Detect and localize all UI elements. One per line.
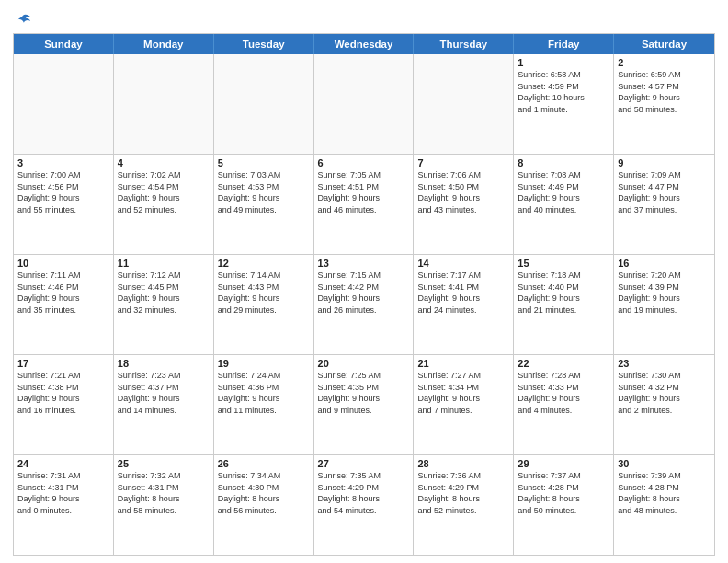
calendar-cell: 2Sunrise: 6:59 AM Sunset: 4:57 PM Daylig… — [614, 54, 714, 154]
logo — [13, 13, 31, 28]
day-info: Sunrise: 7:35 AM Sunset: 4:29 PM Dayligh… — [318, 470, 410, 516]
day-info: Sunrise: 7:27 AM Sunset: 4:34 PM Dayligh… — [417, 370, 509, 416]
calendar-cell — [14, 54, 114, 154]
calendar-row: 24Sunrise: 7:31 AM Sunset: 4:31 PM Dayli… — [14, 455, 714, 555]
day-number: 1 — [518, 57, 609, 68]
day-info: Sunrise: 7:30 AM Sunset: 4:32 PM Dayligh… — [618, 370, 711, 416]
day-info: Sunrise: 7:37 AM Sunset: 4:28 PM Dayligh… — [518, 470, 609, 516]
calendar-cell: 20Sunrise: 7:25 AM Sunset: 4:35 PM Dayli… — [314, 355, 415, 454]
day-number: 8 — [518, 157, 609, 168]
day-info: Sunrise: 7:08 AM Sunset: 4:49 PM Dayligh… — [518, 169, 609, 215]
day-number: 3 — [17, 157, 109, 168]
calendar-cell: 19Sunrise: 7:24 AM Sunset: 4:36 PM Dayli… — [214, 355, 314, 454]
calendar-cell: 25Sunrise: 7:32 AM Sunset: 4:31 PM Dayli… — [114, 455, 214, 555]
header — [13, 9, 715, 28]
day-number: 23 — [618, 358, 711, 369]
day-number: 20 — [318, 358, 410, 369]
calendar-cell — [314, 54, 415, 154]
calendar-cell: 8Sunrise: 7:08 AM Sunset: 4:49 PM Daylig… — [514, 155, 614, 254]
day-number: 12 — [218, 258, 310, 269]
day-number: 17 — [17, 358, 109, 369]
calendar-cell: 15Sunrise: 7:18 AM Sunset: 4:40 PM Dayli… — [514, 255, 614, 354]
weekday-header: Wednesday — [314, 34, 415, 54]
weekday-header: Monday — [114, 34, 214, 54]
calendar-header: SundayMondayTuesdayWednesdayThursdayFrid… — [14, 34, 714, 54]
calendar-cell — [214, 54, 314, 154]
calendar-cell: 4Sunrise: 7:02 AM Sunset: 4:54 PM Daylig… — [114, 155, 214, 254]
calendar-cell: 16Sunrise: 7:20 AM Sunset: 4:39 PM Dayli… — [614, 255, 714, 354]
calendar-cell: 21Sunrise: 7:27 AM Sunset: 4:34 PM Dayli… — [414, 355, 514, 454]
day-info: Sunrise: 7:02 AM Sunset: 4:54 PM Dayligh… — [118, 169, 210, 215]
calendar-cell: 5Sunrise: 7:03 AM Sunset: 4:53 PM Daylig… — [214, 155, 314, 254]
day-number: 16 — [618, 258, 711, 269]
day-number: 15 — [518, 258, 609, 269]
day-info: Sunrise: 7:21 AM Sunset: 4:38 PM Dayligh… — [17, 370, 109, 416]
calendar-cell: 13Sunrise: 7:15 AM Sunset: 4:42 PM Dayli… — [314, 255, 415, 354]
main-container: SundayMondayTuesdayWednesdayThursdayFrid… — [0, 0, 728, 563]
day-info: Sunrise: 7:32 AM Sunset: 4:31 PM Dayligh… — [118, 470, 210, 516]
calendar-cell: 1Sunrise: 6:58 AM Sunset: 4:59 PM Daylig… — [514, 54, 614, 154]
calendar-cell: 3Sunrise: 7:00 AM Sunset: 4:56 PM Daylig… — [14, 155, 114, 254]
day-number: 10 — [17, 258, 109, 269]
day-number: 18 — [118, 358, 210, 369]
day-number: 13 — [318, 258, 410, 269]
day-info: Sunrise: 7:12 AM Sunset: 4:45 PM Dayligh… — [118, 270, 210, 316]
weekday-header: Tuesday — [214, 34, 314, 54]
calendar: SundayMondayTuesdayWednesdayThursdayFrid… — [13, 33, 715, 556]
calendar-cell: 7Sunrise: 7:06 AM Sunset: 4:50 PM Daylig… — [414, 155, 514, 254]
day-number: 29 — [518, 458, 609, 469]
day-number: 11 — [118, 258, 210, 269]
day-info: Sunrise: 7:15 AM Sunset: 4:42 PM Dayligh… — [318, 270, 410, 316]
calendar-cell: 24Sunrise: 7:31 AM Sunset: 4:31 PM Dayli… — [14, 455, 114, 555]
day-info: Sunrise: 7:06 AM Sunset: 4:50 PM Dayligh… — [417, 169, 509, 215]
weekday-header: Friday — [514, 34, 614, 54]
calendar-cell: 18Sunrise: 7:23 AM Sunset: 4:37 PM Dayli… — [114, 355, 214, 454]
day-number: 14 — [417, 258, 509, 269]
calendar-cell: 30Sunrise: 7:39 AM Sunset: 4:28 PM Dayli… — [614, 455, 714, 555]
day-info: Sunrise: 7:31 AM Sunset: 4:31 PM Dayligh… — [17, 470, 109, 516]
day-info: Sunrise: 7:11 AM Sunset: 4:46 PM Dayligh… — [17, 270, 109, 316]
calendar-cell: 23Sunrise: 7:30 AM Sunset: 4:32 PM Dayli… — [614, 355, 714, 454]
day-number: 6 — [318, 157, 410, 168]
day-info: Sunrise: 7:34 AM Sunset: 4:30 PM Dayligh… — [218, 470, 310, 516]
day-number: 5 — [218, 157, 310, 168]
weekday-header: Sunday — [14, 34, 114, 54]
weekday-header: Saturday — [614, 34, 714, 54]
calendar-cell: 11Sunrise: 7:12 AM Sunset: 4:45 PM Dayli… — [114, 255, 214, 354]
day-number: 27 — [318, 458, 410, 469]
day-number: 28 — [417, 458, 509, 469]
day-info: Sunrise: 6:59 AM Sunset: 4:57 PM Dayligh… — [618, 69, 711, 115]
day-info: Sunrise: 7:24 AM Sunset: 4:36 PM Dayligh… — [218, 370, 310, 416]
calendar-row: 1Sunrise: 6:58 AM Sunset: 4:59 PM Daylig… — [14, 54, 714, 155]
day-info: Sunrise: 7:00 AM Sunset: 4:56 PM Dayligh… — [17, 169, 109, 215]
day-info: Sunrise: 7:17 AM Sunset: 4:41 PM Dayligh… — [417, 270, 509, 316]
day-info: Sunrise: 6:58 AM Sunset: 4:59 PM Dayligh… — [518, 69, 609, 115]
calendar-cell: 22Sunrise: 7:28 AM Sunset: 4:33 PM Dayli… — [514, 355, 614, 454]
day-number: 22 — [518, 358, 609, 369]
day-info: Sunrise: 7:25 AM Sunset: 4:35 PM Dayligh… — [318, 370, 410, 416]
day-info: Sunrise: 7:03 AM Sunset: 4:53 PM Dayligh… — [218, 169, 310, 215]
day-info: Sunrise: 7:14 AM Sunset: 4:43 PM Dayligh… — [218, 270, 310, 316]
calendar-cell: 26Sunrise: 7:34 AM Sunset: 4:30 PM Dayli… — [214, 455, 314, 555]
day-number: 2 — [618, 57, 711, 68]
calendar-row: 17Sunrise: 7:21 AM Sunset: 4:38 PM Dayli… — [14, 355, 714, 455]
day-number: 25 — [118, 458, 210, 469]
calendar-cell — [114, 54, 214, 154]
calendar-cell: 9Sunrise: 7:09 AM Sunset: 4:47 PM Daylig… — [614, 155, 714, 254]
weekday-header: Thursday — [414, 34, 514, 54]
day-info: Sunrise: 7:18 AM Sunset: 4:40 PM Dayligh… — [518, 270, 609, 316]
calendar-cell: 12Sunrise: 7:14 AM Sunset: 4:43 PM Dayli… — [214, 255, 314, 354]
calendar-cell: 28Sunrise: 7:36 AM Sunset: 4:29 PM Dayli… — [414, 455, 514, 555]
calendar-body: 1Sunrise: 6:58 AM Sunset: 4:59 PM Daylig… — [14, 54, 714, 555]
calendar-cell: 14Sunrise: 7:17 AM Sunset: 4:41 PM Dayli… — [414, 255, 514, 354]
day-info: Sunrise: 7:36 AM Sunset: 4:29 PM Dayligh… — [417, 470, 509, 516]
calendar-cell: 10Sunrise: 7:11 AM Sunset: 4:46 PM Dayli… — [14, 255, 114, 354]
day-info: Sunrise: 7:23 AM Sunset: 4:37 PM Dayligh… — [118, 370, 210, 416]
day-number: 24 — [17, 458, 109, 469]
day-number: 19 — [218, 358, 310, 369]
calendar-cell: 17Sunrise: 7:21 AM Sunset: 4:38 PM Dayli… — [14, 355, 114, 454]
calendar-row: 3Sunrise: 7:00 AM Sunset: 4:56 PM Daylig… — [14, 155, 714, 255]
calendar-cell: 6Sunrise: 7:05 AM Sunset: 4:51 PM Daylig… — [314, 155, 415, 254]
day-info: Sunrise: 7:39 AM Sunset: 4:28 PM Dayligh… — [618, 470, 711, 516]
day-number: 26 — [218, 458, 310, 469]
